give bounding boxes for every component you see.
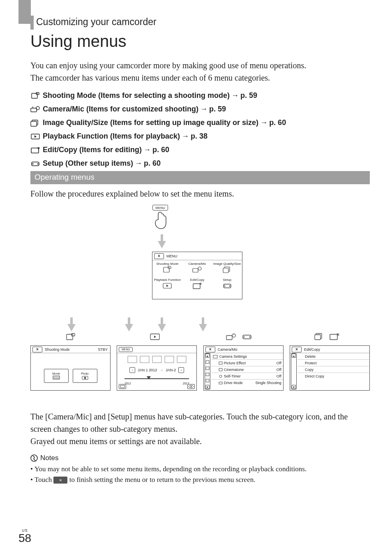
svg-point-63 [219,375,222,377]
shooting-mode-icon [65,332,76,341]
menu-button[interactable]: MENU [119,347,133,352]
date-from: JAN 1 2012 [138,368,157,372]
movie-icon [53,375,60,380]
grid-camera-mic[interactable]: Camera/Mic [182,260,212,276]
next-button[interactable]: › [178,367,184,373]
image-quality-icon [313,332,325,341]
svg-rect-62 [219,368,222,371]
svg-rect-30 [71,333,75,336]
camera-mic-icon [226,332,237,341]
setup-icon [30,160,40,167]
svg-rect-9 [31,148,39,153]
photo-button[interactable]: Photo [73,369,97,383]
close-button[interactable]: × [154,253,164,259]
svg-point-28 [229,285,230,287]
movie-button[interactable]: Movie [44,369,69,383]
grid-playback[interactable]: Playback Function [152,276,182,292]
category-scroll[interactable]: ▲ ▼ [205,353,210,389]
close-button[interactable]: × [32,347,42,352]
scroll-down-button[interactable]: ▼ [292,385,296,389]
grid-edit-copy[interactable]: Edit/Copy [182,276,212,292]
card-icon-bar [199,332,279,341]
svg-rect-39 [315,335,321,340]
card-icon-bar [30,332,111,341]
svg-rect-15 [164,267,169,272]
notes-heading: Notes [30,454,58,462]
svg-rect-60 [213,355,217,358]
setting-row[interactable]: Picture Effect Off [211,360,283,366]
grid-image-quality[interactable]: Image Quality/Size [212,260,242,276]
prev-button[interactable]: ‹ [129,367,135,373]
card-title: Shooting Mode [45,347,70,352]
edit-row[interactable]: Protect [297,360,369,366]
card-title: Edit/Copy [304,347,320,352]
menu-item-label: Playback Function (Items for playback) [43,132,180,141]
intro-text: You can enjoy using your camcorder more … [30,59,367,84]
setting-value: Off [277,374,281,378]
menu-item-camera-mic: Camera/Mic (Items for customized shootin… [30,105,367,113]
setting-label: Picture Effect [224,361,246,365]
svg-rect-40 [330,334,337,340]
thumb-icon [139,355,150,364]
svg-rect-23 [193,284,200,289]
page-number-value: 58 [18,532,31,544]
setting-row[interactable]: Drive Mode Single Shooting [211,380,283,386]
setting-label: Self-Timer [224,374,241,378]
scroll-down-button[interactable]: ▼ [205,385,210,389]
menu-button[interactable]: MENU [152,205,168,211]
paragraph-2: Grayed out menu items or settings are no… [30,435,367,447]
setting-row[interactable]: Cinematone Off [211,366,283,373]
svg-rect-64 [219,382,222,384]
edit-row[interactable]: Delete [297,353,369,360]
grid-shooting-mode[interactable]: Shooting Mode [152,260,182,276]
setup-icon [241,332,253,341]
svg-point-36 [243,336,244,338]
menu-item-label: Image Quality/Size (Items for setting up… [43,118,258,127]
menu-item-page: p. 60 [269,118,286,127]
svg-rect-56 [206,361,209,364]
camera-mic-screen: × Camera/Mic ▲ ▼ Camera Settings Picture [203,345,284,391]
cat-icon [205,373,210,376]
shooting-mode-screen: × Shooting Mode STBY Movie Photo [30,345,111,391]
menu-category-list: Shooting Mode (Items for selecting a sho… [30,86,367,168]
svg-marker-8 [35,135,37,138]
grid-setup[interactable]: Setup [212,276,242,292]
cat-icon [205,366,210,370]
cat-icon [205,360,210,364]
view-button[interactable] [187,384,195,389]
intro-line-2: The camcorder has various menu items und… [30,72,367,84]
setting-row[interactable]: Self-Timer Off [211,373,283,380]
svg-rect-53 [120,385,125,388]
thumb-icon [176,355,187,364]
note-text: You may not be able to set some menu ite… [35,465,307,473]
note-text-a: Touch [35,476,54,484]
cell-label: Image Quality/Size [213,262,241,266]
date-to: JAN-2 [166,368,176,372]
svg-point-14 [37,163,39,164]
accent-bar [30,16,34,30]
edit-row[interactable]: Copy [297,366,369,373]
menu-item-image-quality: Image Quality/Size (Items for setting up… [30,118,367,127]
playback-screen: MENU ‹ JAN 1 2012 → JAN-2 › 2012 [117,345,197,391]
down-arrow-icon [67,324,76,331]
close-button[interactable]: × [292,347,302,352]
menu-item-label: Camera/Mic (Items for customized shootin… [43,105,198,113]
menu-item-playback: Playback Function (Items for playback) →… [30,132,367,141]
edit-row[interactable]: Direct Copy [297,373,369,380]
menu-item-edit-copy: Edit/Copy (Items for editing) → p. 60 [30,146,367,154]
menu-item-label: Shooting Mode (Items for selecting a sho… [43,91,230,100]
close-button[interactable]: × [205,347,215,352]
scroll-up-button[interactable]: ▲ [205,354,210,358]
row-icon [219,368,223,371]
setting-value: Off [277,368,281,372]
svg-rect-2 [31,108,37,112]
media-button[interactable] [119,384,126,389]
menu-item-label: Edit/Copy (Items for editing) [43,146,142,154]
scroll-bar[interactable]: ▲ ▼ [291,353,297,389]
cell-label: Shooting Mode [156,262,178,266]
card-title: Camera/Mic [218,347,238,352]
page-title: Using menus [30,32,126,51]
scroll-up-button[interactable]: ▲ [292,354,296,358]
thumb-icon [164,355,175,364]
camera-mic-icon [30,106,40,113]
